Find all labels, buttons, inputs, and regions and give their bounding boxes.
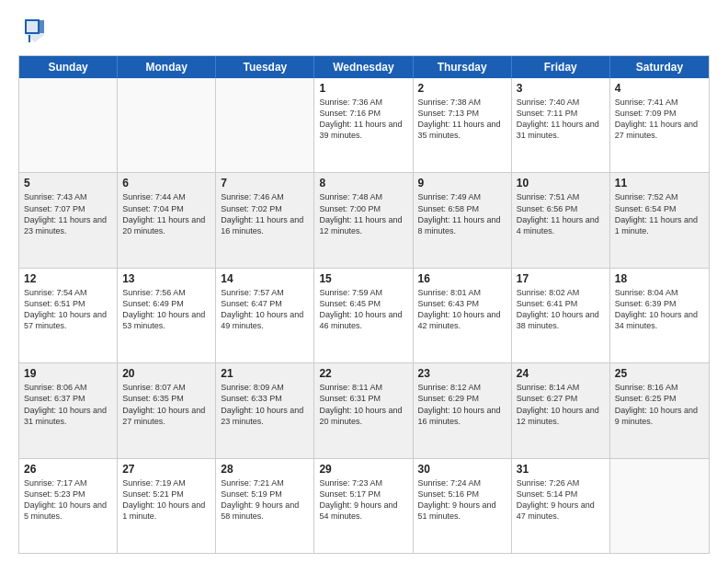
day-number: 7: [221, 177, 309, 190]
cal-cell: [19, 78, 118, 172]
cal-cell: [610, 459, 709, 553]
day-number: 15: [319, 272, 407, 285]
day-number: 14: [221, 272, 309, 285]
cal-cell: 2Sunrise: 7:38 AM Sunset: 7:13 PM Daylig…: [414, 78, 512, 172]
cell-info: Sunrise: 7:40 AM Sunset: 7:11 PM Dayligh…: [517, 97, 605, 142]
cell-info: Sunrise: 7:23 AM Sunset: 5:17 PM Dayligh…: [319, 477, 407, 523]
cal-cell: 28Sunrise: 7:21 AM Sunset: 5:19 PM Dayli…: [216, 459, 314, 553]
day-number: 21: [221, 367, 309, 380]
day-number: 19: [24, 367, 112, 380]
cal-cell: 6Sunrise: 7:44 AM Sunset: 7:04 PM Daylig…: [118, 173, 216, 267]
cell-info: Sunrise: 7:41 AM Sunset: 7:09 PM Dayligh…: [615, 97, 704, 142]
logo: [18, 15, 57, 48]
cal-row-0: 1Sunrise: 7:36 AM Sunset: 7:16 PM Daylig…: [19, 78, 709, 173]
svg-marker-3: [39, 20, 44, 33]
cal-row-1: 5Sunrise: 7:43 AM Sunset: 7:07 PM Daylig…: [19, 173, 709, 268]
cal-cell: 27Sunrise: 7:19 AM Sunset: 5:21 PM Dayli…: [118, 459, 216, 553]
cal-row-3: 19Sunrise: 8:06 AM Sunset: 6:37 PM Dayli…: [19, 363, 709, 458]
day-number: 10: [517, 177, 605, 190]
cal-cell: 15Sunrise: 7:59 AM Sunset: 6:45 PM Dayli…: [314, 269, 413, 362]
cal-cell: 20Sunrise: 8:07 AM Sunset: 6:35 PM Dayli…: [118, 363, 216, 457]
cell-info: Sunrise: 8:16 AM Sunset: 6:25 PM Dayligh…: [615, 382, 704, 427]
cal-cell: 23Sunrise: 8:12 AM Sunset: 6:29 PM Dayli…: [414, 363, 512, 457]
day-number: 18: [615, 272, 704, 285]
cell-info: Sunrise: 7:48 AM Sunset: 7:00 PM Dayligh…: [319, 191, 407, 236]
day-number: 17: [517, 272, 605, 285]
cell-info: Sunrise: 7:54 AM Sunset: 6:51 PM Dayligh…: [24, 287, 112, 332]
day-number: 6: [122, 177, 210, 190]
cal-row-4: 26Sunrise: 7:17 AM Sunset: 5:23 PM Dayli…: [19, 459, 709, 553]
day-number: 11: [615, 177, 704, 190]
day-number: 8: [319, 177, 407, 190]
cal-cell: 21Sunrise: 8:09 AM Sunset: 6:33 PM Dayli…: [216, 363, 314, 457]
cal-cell: 18Sunrise: 8:04 AM Sunset: 6:39 PM Dayli…: [610, 269, 709, 362]
day-number: 4: [615, 82, 704, 95]
weekday-header-monday: Monday: [118, 56, 216, 78]
cal-cell: [216, 78, 314, 172]
cell-info: Sunrise: 7:56 AM Sunset: 6:49 PM Dayligh…: [122, 287, 210, 332]
cell-info: Sunrise: 8:06 AM Sunset: 6:37 PM Dayligh…: [24, 382, 112, 427]
cal-cell: 25Sunrise: 8:16 AM Sunset: 6:25 PM Dayli…: [610, 363, 709, 457]
cal-cell: 17Sunrise: 8:02 AM Sunset: 6:41 PM Dayli…: [512, 269, 610, 362]
cal-cell: 30Sunrise: 7:24 AM Sunset: 5:16 PM Dayli…: [414, 459, 512, 553]
cal-cell: 10Sunrise: 7:51 AM Sunset: 6:56 PM Dayli…: [512, 173, 610, 267]
cell-info: Sunrise: 7:52 AM Sunset: 6:54 PM Dayligh…: [615, 191, 704, 236]
cell-info: Sunrise: 7:43 AM Sunset: 7:07 PM Dayligh…: [24, 191, 112, 236]
day-number: 26: [24, 463, 112, 476]
day-number: 30: [418, 463, 506, 476]
day-number: 13: [122, 272, 210, 285]
calendar-body: 1Sunrise: 7:36 AM Sunset: 7:16 PM Daylig…: [19, 78, 709, 553]
cell-info: Sunrise: 7:17 AM Sunset: 5:23 PM Dayligh…: [24, 477, 112, 523]
cell-info: Sunrise: 8:04 AM Sunset: 6:39 PM Dayligh…: [615, 287, 704, 332]
day-number: 23: [418, 367, 506, 380]
calendar: SundayMondayTuesdayWednesdayThursdayFrid…: [18, 55, 710, 554]
cell-info: Sunrise: 7:49 AM Sunset: 6:58 PM Dayligh…: [418, 191, 506, 236]
day-number: 3: [517, 82, 605, 95]
day-number: 24: [517, 367, 605, 380]
weekday-header-thursday: Thursday: [414, 56, 512, 78]
day-number: 31: [517, 463, 605, 476]
day-number: 12: [24, 272, 112, 285]
weekday-header-sunday: Sunday: [19, 56, 118, 78]
cal-cell: 24Sunrise: 8:14 AM Sunset: 6:27 PM Dayli…: [512, 363, 610, 457]
day-number: 20: [122, 367, 210, 380]
cell-info: Sunrise: 7:59 AM Sunset: 6:45 PM Dayligh…: [319, 287, 407, 332]
cal-cell: 26Sunrise: 7:17 AM Sunset: 5:23 PM Dayli…: [19, 459, 118, 553]
cell-info: Sunrise: 8:12 AM Sunset: 6:29 PM Dayligh…: [418, 382, 506, 427]
weekday-header-wednesday: Wednesday: [314, 56, 413, 78]
cal-cell: 19Sunrise: 8:06 AM Sunset: 6:37 PM Dayli…: [19, 363, 118, 457]
weekday-header-saturday: Saturday: [610, 56, 709, 78]
day-number: 1: [319, 82, 407, 95]
cal-cell: 14Sunrise: 7:57 AM Sunset: 6:47 PM Dayli…: [216, 269, 314, 362]
cal-row-2: 12Sunrise: 7:54 AM Sunset: 6:51 PM Dayli…: [19, 269, 709, 363]
day-number: 16: [418, 272, 506, 285]
cell-info: Sunrise: 8:02 AM Sunset: 6:41 PM Dayligh…: [517, 287, 605, 332]
cal-cell: 13Sunrise: 7:56 AM Sunset: 6:49 PM Dayli…: [118, 269, 216, 362]
day-number: 9: [418, 177, 506, 190]
logo-icon: [18, 15, 51, 48]
cell-info: Sunrise: 8:14 AM Sunset: 6:27 PM Dayligh…: [517, 382, 605, 427]
cell-info: Sunrise: 7:21 AM Sunset: 5:19 PM Dayligh…: [221, 477, 309, 523]
cell-info: Sunrise: 7:26 AM Sunset: 5:14 PM Dayligh…: [517, 477, 605, 523]
cal-cell: 11Sunrise: 7:52 AM Sunset: 6:54 PM Dayli…: [610, 173, 709, 267]
cell-info: Sunrise: 7:51 AM Sunset: 6:56 PM Dayligh…: [517, 191, 605, 236]
day-number: 2: [418, 82, 506, 95]
cal-cell: 4Sunrise: 7:41 AM Sunset: 7:09 PM Daylig…: [610, 78, 709, 172]
weekday-header-friday: Friday: [512, 56, 610, 78]
day-number: 29: [319, 463, 407, 476]
cell-info: Sunrise: 7:44 AM Sunset: 7:04 PM Dayligh…: [122, 191, 210, 236]
cell-info: Sunrise: 7:46 AM Sunset: 7:02 PM Dayligh…: [221, 191, 309, 236]
cell-info: Sunrise: 7:57 AM Sunset: 6:47 PM Dayligh…: [221, 287, 309, 332]
cell-info: Sunrise: 7:36 AM Sunset: 7:16 PM Dayligh…: [319, 97, 407, 142]
cell-info: Sunrise: 8:01 AM Sunset: 6:43 PM Dayligh…: [418, 287, 506, 332]
day-number: 28: [221, 463, 309, 476]
day-number: 25: [615, 367, 704, 380]
cell-info: Sunrise: 8:11 AM Sunset: 6:31 PM Dayligh…: [319, 382, 407, 427]
cal-cell: 31Sunrise: 7:26 AM Sunset: 5:14 PM Dayli…: [512, 459, 610, 553]
cell-info: Sunrise: 7:24 AM Sunset: 5:16 PM Dayligh…: [418, 477, 506, 523]
cal-cell: 5Sunrise: 7:43 AM Sunset: 7:07 PM Daylig…: [19, 173, 118, 267]
cal-cell: 22Sunrise: 8:11 AM Sunset: 6:31 PM Dayli…: [314, 363, 413, 457]
day-number: 5: [24, 177, 112, 190]
cal-cell: 1Sunrise: 7:36 AM Sunset: 7:16 PM Daylig…: [314, 78, 413, 172]
cal-cell: [118, 78, 216, 172]
